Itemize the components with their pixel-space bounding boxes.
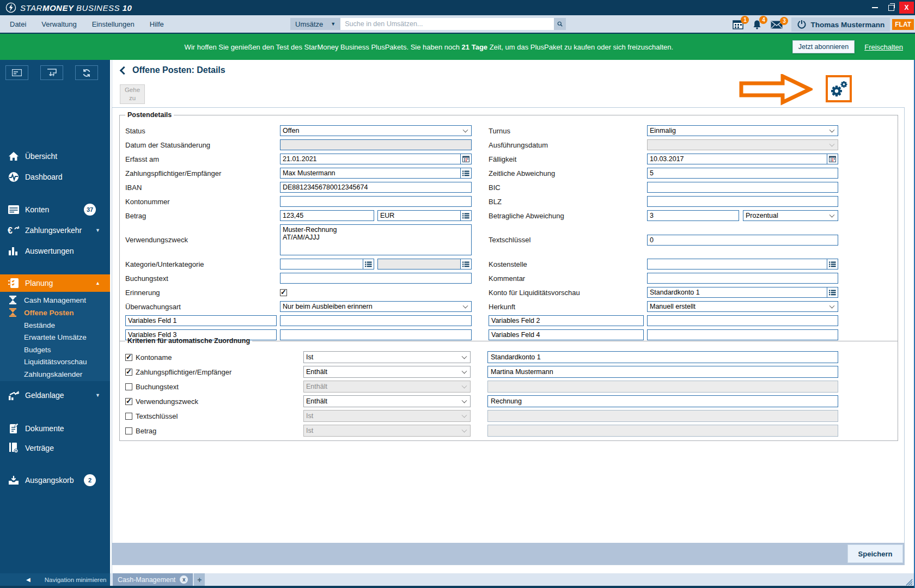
zahlungspflichtiger-value-input[interactable] xyxy=(487,366,838,378)
kostenstelle-list-button[interactable] xyxy=(827,259,838,270)
tab-cash-management[interactable]: Cash-Management x xyxy=(113,573,193,586)
back-icon[interactable] xyxy=(120,66,129,75)
sidebar-item-auswertungen[interactable]: Auswertungen xyxy=(0,241,110,261)
menu-datei[interactable]: Datei xyxy=(0,20,34,28)
faelligkeit-calendar-button[interactable] xyxy=(827,154,838,164)
dashboard-icon xyxy=(7,171,21,182)
chevron-left-icon: ◀ xyxy=(26,577,30,583)
sidebar-item-cash-management[interactable]: Cash Management xyxy=(0,294,110,306)
chevron-down-icon xyxy=(829,142,835,147)
window-controls: X xyxy=(867,0,915,15)
menu-einstellungen[interactable]: Einstellungen xyxy=(84,20,142,28)
search-button[interactable] xyxy=(554,18,566,30)
variables-feld-2-value-input[interactable] xyxy=(647,315,838,326)
messages-button[interactable]: 3 xyxy=(771,21,783,29)
waehrung-list-button[interactable] xyxy=(460,210,472,221)
transfer-button[interactable] xyxy=(40,65,63,80)
user-menu[interactable]: Thomas Mustermann xyxy=(791,17,890,32)
erfasst-am-input[interactable] xyxy=(280,154,461,164)
abweichung-modus-select[interactable]: Prozentual xyxy=(743,210,838,221)
status-select[interactable]: Offen xyxy=(280,125,472,136)
kategorie-input[interactable] xyxy=(280,259,363,270)
variables-feld-2-name-input[interactable] xyxy=(489,315,644,326)
list-picker-icon xyxy=(829,261,836,267)
kontoname-checkbox[interactable] xyxy=(125,354,132,361)
chevron-down-icon xyxy=(462,383,467,389)
faelligkeit-input[interactable] xyxy=(647,154,827,164)
sidebar-item-ausgangskorb[interactable]: Ausgangskorb 2 xyxy=(0,470,110,490)
unlock-link[interactable]: Freischalten xyxy=(864,43,903,51)
turnus-select[interactable]: Einmalig xyxy=(647,125,838,136)
sidebar-item-offene-posten[interactable]: Offene Posten xyxy=(0,307,110,318)
chevron-down-icon: ▼ xyxy=(331,21,335,27)
minimize-button[interactable] xyxy=(867,1,883,14)
restore-button[interactable] xyxy=(883,1,899,14)
sidebar-item-zahlungsverkehr[interactable]: € Zahlungsverkehr ▼ xyxy=(0,220,110,240)
waehrung-input[interactable] xyxy=(377,210,461,221)
zahlungspflichtiger-operator-select[interactable]: Enthält xyxy=(303,366,471,378)
zeitliche-abweichung-input[interactable] xyxy=(647,168,838,179)
sidebar-item-konten[interactable]: Konten 37 xyxy=(0,200,110,219)
sidebar-item-geldanlage[interactable]: Geldanlage ▼ xyxy=(0,385,110,405)
kriterien-group: Kriterien für automatische Zuordnung Kon… xyxy=(119,337,898,441)
betrag-input[interactable] xyxy=(280,210,374,221)
zahlungspflichtiger-kriterium-checkbox[interactable] xyxy=(125,369,132,376)
kommentar-input[interactable] xyxy=(647,273,838,284)
erinnerung-checkbox[interactable] xyxy=(280,289,287,296)
herkunft-select[interactable]: Manuell erstellt xyxy=(647,301,838,312)
betragliche-abweichung-input[interactable] xyxy=(647,210,739,221)
account-card-button[interactable] xyxy=(5,65,28,80)
sidebar-item-dokumente[interactable]: Dokumente xyxy=(0,419,110,438)
verwendungszweck-value-input[interactable] xyxy=(487,395,838,407)
goto-button[interactable]: Gehe zu xyxy=(120,84,145,104)
konto-liquiditaetsvorschau-input[interactable] xyxy=(647,287,827,298)
ueberwachungsart-select[interactable]: Nur beim Ausbleiben erinnern xyxy=(280,301,472,312)
search-input[interactable] xyxy=(340,18,554,30)
form-row: Kategorie/Unterkategorie xyxy=(125,259,892,270)
resize-grip[interactable] xyxy=(904,577,913,586)
buchungstext-input[interactable] xyxy=(280,273,472,284)
zahlungspflichtiger-input[interactable] xyxy=(280,168,461,179)
erfasst-am-calendar-button[interactable] xyxy=(460,154,472,164)
new-tab-button[interactable]: + xyxy=(194,573,205,586)
verwendungszweck-operator-select[interactable]: Enthält xyxy=(303,395,471,407)
contract-seal-icon xyxy=(7,443,21,454)
kategorie-list-button[interactable] xyxy=(363,259,374,270)
blz-input[interactable] xyxy=(647,196,838,207)
konto-liquiditaetsvorschau-list-button[interactable] xyxy=(827,287,838,298)
sidebar-item-planung[interactable]: Planung ▲ xyxy=(0,274,110,292)
refresh-button[interactable] xyxy=(75,65,98,80)
kostenstelle-input[interactable] xyxy=(647,259,827,270)
verwendungszweck-textarea[interactable]: Muster-Rechnung AT/AM/AJJJ xyxy=(280,224,472,255)
notifications-button[interactable]: 4 xyxy=(752,20,762,30)
search-scope-select[interactable]: Umsätze ▼ xyxy=(290,18,340,30)
settings-gear-button[interactable] xyxy=(826,75,852,102)
zahlungspflichtiger-list-button[interactable] xyxy=(460,168,472,179)
payment-calendar-button[interactable]: 1 xyxy=(733,20,743,29)
minimize-navigation-button[interactable]: ◀ Navigation minimieren xyxy=(0,573,110,586)
save-button[interactable]: Speichern xyxy=(847,544,903,563)
form-row: Buchungstext Kommentar xyxy=(125,273,892,284)
sidebar-item-dashboard[interactable]: Dashboard xyxy=(0,167,110,187)
textschluessel-kriterium-checkbox[interactable] xyxy=(125,413,132,420)
sidebar-item-vertraege[interactable]: Verträge xyxy=(0,438,110,458)
variables-feld-1-value-input[interactable] xyxy=(280,315,472,326)
kontoname-value-input[interactable] xyxy=(487,351,838,363)
kontoname-operator-select[interactable]: Ist xyxy=(303,351,471,363)
verwendungszweck-kriterium-checkbox[interactable] xyxy=(125,398,132,405)
iban-input[interactable] xyxy=(280,182,472,193)
menu-hilfe[interactable]: Hilfe xyxy=(142,20,172,28)
menu-verwaltung[interactable]: Verwaltung xyxy=(34,20,84,28)
close-button[interactable]: X xyxy=(899,2,914,14)
bic-input[interactable] xyxy=(647,182,838,193)
form-row: Kontonummer BLZ xyxy=(125,196,892,207)
textschluessel-input[interactable] xyxy=(647,235,838,246)
sidebar-item-uebersicht[interactable]: Übersicht xyxy=(0,146,110,166)
kontonummer-input[interactable] xyxy=(280,196,472,207)
variables-feld-1-name-input[interactable] xyxy=(125,315,277,326)
betrag-kriterium-checkbox[interactable] xyxy=(125,427,132,434)
tab-close-icon[interactable]: x xyxy=(180,575,188,584)
subscribe-button[interactable]: Jetzt abonnieren xyxy=(792,40,855,53)
buchungstext-kriterium-checkbox[interactable] xyxy=(125,383,132,390)
unterkategorie-list-button[interactable] xyxy=(460,259,472,270)
